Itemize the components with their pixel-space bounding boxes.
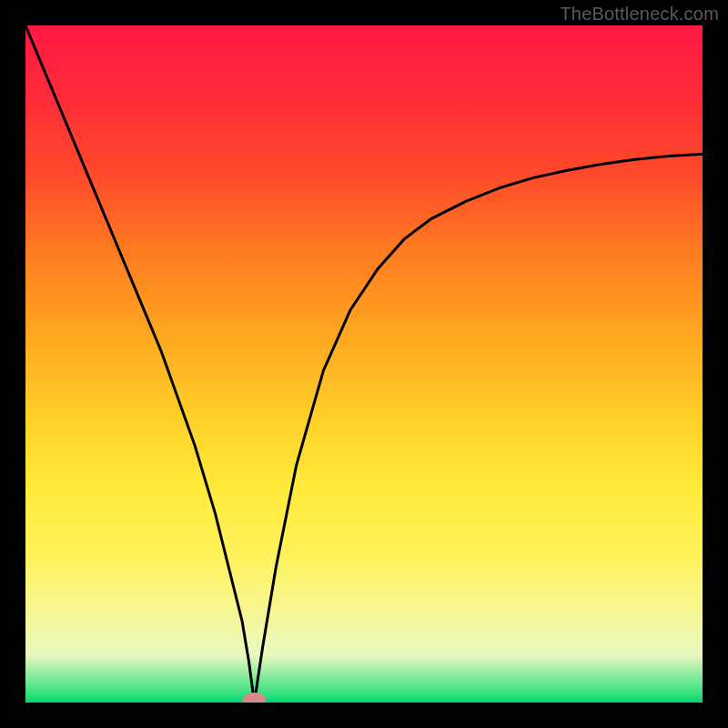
- optimum-point: [242, 693, 266, 703]
- curve-svg: [25, 25, 703, 703]
- chart-frame: TheBottleneck.com: [0, 0, 728, 728]
- bottleneck-curve: [25, 25, 703, 703]
- plot-area: [25, 25, 703, 703]
- watermark-text: TheBottleneck.com: [560, 4, 719, 25]
